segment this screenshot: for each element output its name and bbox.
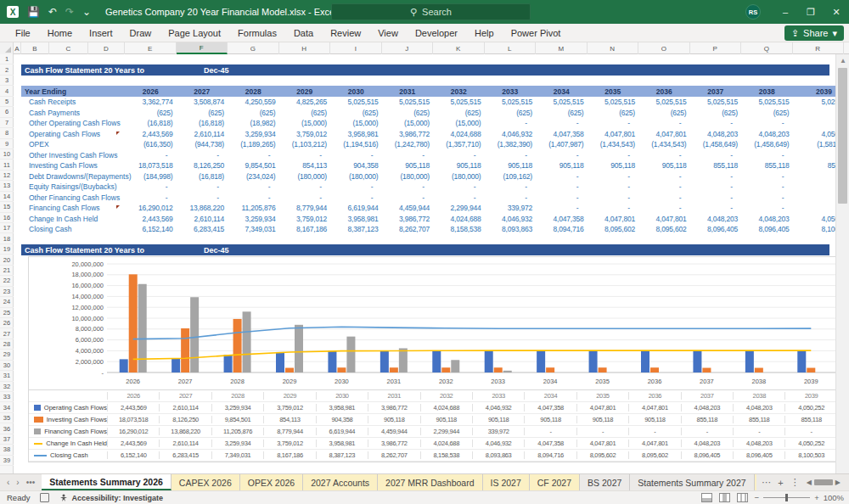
statement-cell[interactable]: - xyxy=(588,151,639,160)
normal-view-icon[interactable] xyxy=(701,493,712,502)
column-header-L[interactable]: L xyxy=(485,42,537,54)
bar-operating-cash-flows[interactable] xyxy=(797,350,806,372)
statement-cell[interactable]: - xyxy=(536,119,588,127)
statement-cell[interactable]: 5,025,515 xyxy=(536,98,588,106)
row-header-5[interactable]: 5 xyxy=(0,97,14,107)
statement-cell[interactable]: 3,958,981 xyxy=(330,130,382,138)
horizontal-scrollbar[interactable]: ◀ ▶ xyxy=(807,479,844,486)
row-header-4[interactable]: 4 xyxy=(0,86,14,96)
sheet-tab-bs-2027[interactable]: BS 2027 xyxy=(580,474,630,490)
statement-cell[interactable]: 905,118 xyxy=(433,161,485,170)
statement-cell[interactable]: - xyxy=(690,151,742,160)
statement-cell[interactable]: 4,046,932 xyxy=(485,215,537,223)
statement-cell[interactable]: (1,434,543) xyxy=(588,140,639,148)
ribbon-tab-power-pivot[interactable]: Power Pivot xyxy=(503,25,570,41)
statement-cell[interactable]: - xyxy=(485,193,537,202)
row-header-17[interactable]: 17 xyxy=(0,223,14,233)
statement-cell[interactable]: - xyxy=(433,182,485,191)
statement-cell[interactable]: 5,025,515 xyxy=(330,98,382,106)
statement-cell[interactable]: 3,759,012 xyxy=(279,215,331,223)
bar-operating-cash-flows[interactable] xyxy=(537,350,545,372)
statement-cell[interactable]: 5,025,515 xyxy=(382,98,434,106)
ribbon-tab-help[interactable]: Help xyxy=(466,25,503,41)
bar-investing-cash-flows[interactable] xyxy=(181,328,189,372)
zoom-out-icon[interactable]: − xyxy=(755,493,760,502)
statement-cell[interactable]: 4,047,801 xyxy=(588,215,639,223)
statement-cell[interactable]: (625) xyxy=(741,109,793,117)
statement-cell[interactable]: - xyxy=(588,119,639,127)
row-header-12[interactable]: 12 xyxy=(0,171,14,181)
bar-financing-cash-flows[interactable] xyxy=(451,360,459,372)
bar-investing-cash-flows[interactable] xyxy=(702,368,711,372)
statement-cell[interactable]: 339,972 xyxy=(485,204,537,212)
row-header-11[interactable]: 11 xyxy=(0,160,14,170)
statement-cell[interactable]: 4,047,801 xyxy=(588,130,639,138)
row-header-33[interactable]: 33 xyxy=(0,392,14,402)
statement-cell[interactable]: - xyxy=(485,182,537,191)
cash-flow-chart[interactable]: 20,000,00018,000,00016,000,00014,000,000… xyxy=(28,256,842,462)
row-header-1[interactable]: 1 xyxy=(0,54,14,64)
statement-cell[interactable]: 2,610,114 xyxy=(177,130,228,138)
statement-cell[interactable]: - xyxy=(638,172,690,181)
statement-cell[interactable]: 3,986,772 xyxy=(382,215,434,223)
statement-cell[interactable]: - xyxy=(638,193,690,202)
row-header-26[interactable]: 26 xyxy=(0,318,14,328)
row-header-13[interactable]: 13 xyxy=(0,181,14,191)
statement-cell[interactable]: 4,825,265 xyxy=(279,98,331,106)
column-header-G[interactable]: G xyxy=(228,42,279,54)
bar-operating-cash-flows[interactable] xyxy=(328,351,336,372)
row-header-10[interactable]: 10 xyxy=(0,149,14,160)
row-header-9[interactable]: 9 xyxy=(0,139,14,149)
bar-investing-cash-flows[interactable] xyxy=(441,367,450,372)
bar-investing-cash-flows[interactable] xyxy=(599,367,607,372)
statement-cell[interactable]: - xyxy=(382,182,434,191)
zoom-level[interactable]: 100% xyxy=(824,493,844,502)
sheet-nav-right-icon[interactable]: › xyxy=(16,478,19,487)
statement-cell[interactable]: - xyxy=(228,151,279,160)
sheet-list-icon[interactable]: ⋯ xyxy=(762,477,771,488)
statement-cell[interactable]: 854,113 xyxy=(279,161,331,170)
statement-cell[interactable]: 4,048,203 xyxy=(690,130,742,138)
search-box[interactable]: ⚲ Search xyxy=(331,3,531,20)
sheet-tab-statements-summary-2027[interactable]: Statements Summary 2027 xyxy=(630,474,754,490)
statement-cell[interactable]: (234,024) xyxy=(228,172,279,181)
statement-cell[interactable]: - xyxy=(279,151,331,160)
restore-button[interactable]: ❐ xyxy=(798,0,824,24)
row-header-25[interactable]: 25 xyxy=(0,308,14,318)
statement-cell[interactable]: - xyxy=(741,204,793,212)
sheet-grid[interactable]: 1234567891011121314151617181920212223242… xyxy=(0,54,849,473)
statement-cell[interactable]: - xyxy=(536,151,588,160)
bar-operating-cash-flows[interactable] xyxy=(380,350,389,372)
statement-cell[interactable]: 905,118 xyxy=(485,161,537,170)
statement-cell[interactable]: 7,349,031 xyxy=(228,225,279,233)
vertical-scroll-thumb[interactable] xyxy=(838,68,847,204)
bar-financing-cash-flows[interactable] xyxy=(503,371,512,372)
bar-investing-cash-flows[interactable] xyxy=(129,274,138,372)
statement-cell[interactable]: 8,093,863 xyxy=(485,225,537,233)
column-header-I[interactable]: I xyxy=(330,42,382,54)
statement-cell[interactable]: - xyxy=(125,182,177,191)
statement-cell[interactable]: 8,387,123 xyxy=(330,225,382,233)
row-header-2[interactable]: 2 xyxy=(0,64,14,75)
statement-cell[interactable]: - xyxy=(638,119,690,127)
statement-cell[interactable]: 3,759,012 xyxy=(279,130,331,138)
vertical-scrollbar[interactable]: ▲ xyxy=(835,54,849,473)
statement-cell[interactable]: - xyxy=(279,182,331,191)
statement-cell[interactable]: - xyxy=(741,182,793,191)
sheet-tab-opex-2026[interactable]: OPEX 2026 xyxy=(240,474,303,490)
row-header-16[interactable]: 16 xyxy=(0,213,14,223)
statement-cell[interactable]: - xyxy=(228,193,279,202)
statement-cell[interactable]: 8,096,405 xyxy=(690,225,742,233)
column-header-D[interactable]: D xyxy=(88,42,125,54)
statement-cell[interactable]: 2,443,569 xyxy=(125,215,177,223)
row-header-22[interactable]: 22 xyxy=(0,276,14,286)
statement-cell[interactable]: 5,025,515 xyxy=(741,98,793,106)
statement-cell[interactable]: - xyxy=(485,151,537,160)
row-header-31[interactable]: 31 xyxy=(0,371,14,381)
statement-cell[interactable]: (625) xyxy=(433,109,485,117)
page-layout-view-icon[interactable] xyxy=(719,493,730,502)
row-header-29[interactable]: 29 xyxy=(0,350,14,360)
row-header-37[interactable]: 37 xyxy=(0,434,14,445)
statement-cell[interactable]: (625) xyxy=(330,109,382,117)
statement-cell[interactable]: 5,025,515 xyxy=(588,98,639,106)
